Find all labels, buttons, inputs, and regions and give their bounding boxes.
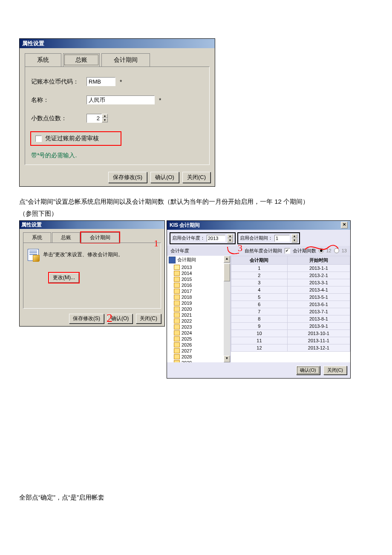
tree-item-label: 2022 [182,318,192,324]
tab-system[interactable]: 系统 [23,232,51,243]
tab-system[interactable]: 系统 [25,53,61,66]
ok-button[interactable]: 确认(O) [150,172,179,183]
attribute-settings-dialog: 属性设置 系统 总账 会计期间 记账本位币代码： * 名称： * 小数点位数： [19,38,215,187]
scroll-up-icon[interactable]: ▲ [224,256,230,263]
tree-item[interactable]: 2017 [174,288,230,294]
cell-start-date: 2013-12-1 [287,344,350,351]
spin-down[interactable]: ▼ [227,238,233,243]
table-row[interactable]: 72013-7-1 [231,308,350,315]
tree-item-label: 2023 [182,324,192,330]
table-row[interactable]: 32013-3-1 [231,279,350,286]
tree-item[interactable]: 2024 [174,330,230,336]
cell-period: 12 [231,344,288,351]
enable-period-input[interactable] [274,235,290,242]
tree-item[interactable]: 2021 [174,312,230,318]
tree-item[interactable]: 2027 [174,348,230,354]
table-row[interactable]: 12013-1-1 [231,264,350,272]
tree-item[interactable]: 2022 [174,318,230,324]
spin-down[interactable]: ▼ [291,238,297,243]
table-row[interactable]: 92013-9-1 [231,322,350,330]
cell-start-date: 2013-11-1 [287,337,350,344]
folder-icon [174,306,180,312]
table-row[interactable]: 122013-12-1 [231,344,350,351]
tab-period[interactable]: 会计期间 [81,232,119,243]
table-row[interactable]: 112013-11-1 [231,337,350,344]
audit-required-checkbox[interactable] [35,136,42,142]
tree-item[interactable]: 2014 [174,270,230,276]
enable-year-input[interactable] [207,235,225,242]
spin-down[interactable]: ▼ [102,118,108,122]
currency-name-input[interactable] [86,95,155,104]
folder-icon [174,342,180,347]
cell-start-date: 2013-3-1 [287,279,350,286]
year-tree: 会计期间 20132014201520162017201820192020202… [167,256,231,362]
tab-period[interactable]: 会计期间 [101,53,150,66]
tree-item[interactable]: 2025 [174,336,230,342]
natural-period-checkbox[interactable]: ✔ [285,248,290,254]
close-icon[interactable]: ✕ [341,222,348,228]
tree-item-label: 2021 [182,312,192,318]
ok-button[interactable]: 确认(O) [296,366,320,375]
tab-bar: 系统 总账 会计期间 [20,48,215,66]
close-button[interactable]: 关闭(C) [323,366,347,375]
folder-icon [174,289,180,294]
tree-item-label: 2025 [182,336,192,341]
table-row[interactable]: 52013-5-1 [231,293,350,301]
currency-code-input[interactable] [86,77,115,86]
folder-icon [174,360,180,362]
tree-item[interactable]: 2019 [174,300,230,306]
tree-root-label: 会计期间 [177,257,196,263]
tab-ledger[interactable]: 总账 [52,232,80,243]
table-row[interactable]: 62013-6-1 [231,301,350,308]
required-mark: * [120,78,122,85]
close-button[interactable]: 关闭(C) [182,172,210,183]
save-button[interactable]: 保存修改(S) [108,172,147,183]
fiscal-year-label: 会计年度 [170,248,189,254]
tree-list: 2013201420152016201720182019202020212022… [167,264,230,362]
tab-ledger[interactable]: 总账 [63,53,100,66]
spin-up[interactable]: ▲ [102,114,108,118]
save-button[interactable]: 保存修改(S) [69,314,104,324]
tree-item-label: 2029 [182,360,192,362]
folder-icon [174,318,180,324]
dialog-title: 属性设置 [20,221,164,229]
close-button[interactable]: 关闭(C) [136,314,161,324]
table-row[interactable]: 82013-8-1 [231,315,350,322]
form-panel: 单击“更改”来设置、修改会计期间。 更改(M)... 2 [23,243,161,309]
folder-icon [174,265,180,270]
cell-period: 6 [231,301,288,308]
tree-item-label: 2020 [182,306,192,312]
scroll-down-icon[interactable]: ▼ [224,356,230,362]
tree-item[interactable]: 2029 [174,360,230,362]
tree-item-label: 2028 [182,354,192,359]
cell-period: 7 [231,308,288,315]
spin-up[interactable]: ▲ [291,234,297,238]
tree-item[interactable]: 2026 [174,342,230,348]
scroll-thumb[interactable] [224,263,230,281]
cell-start-date: 2013-9-1 [287,322,350,330]
instruction-paragraph-1: 点“会计期间”设置总帐系统启用期间以及会计期间数（默认为当年的一月份开始启用，一… [19,196,373,207]
table-row[interactable]: 102013-10-1 [231,330,350,337]
change-button[interactable]: 更改(M)... [49,273,79,283]
tree-item[interactable]: 2018 [174,294,230,300]
folder-icon [174,330,180,335]
tree-item[interactable]: 2023 [174,324,230,330]
enable-year-label: 启用会计年度： [172,235,205,241]
tree-item[interactable]: 2028 [174,354,230,360]
folder-icon [174,354,180,359]
tree-scrollbar[interactable]: ▲ ▼ [224,256,230,362]
cell-period: 2 [231,272,288,279]
table-row[interactable]: 22013-2-1 [231,272,350,279]
dialog-title: 属性设置 [20,39,215,48]
folder-icon [174,312,180,318]
table-row[interactable]: 42013-4-1 [231,286,350,293]
tree-item[interactable]: 2013 [174,264,230,270]
tree-item[interactable]: 2015 [174,276,230,282]
spin-up[interactable]: ▲ [227,234,233,238]
decimal-input[interactable] [86,114,102,123]
instruction-paragraph-2: （参照下图） [19,210,373,218]
folder-icon [174,295,180,300]
tree-item[interactable]: 2016 [174,282,230,288]
tree-item[interactable]: 2020 [174,306,230,312]
cell-period: 1 [231,264,288,272]
